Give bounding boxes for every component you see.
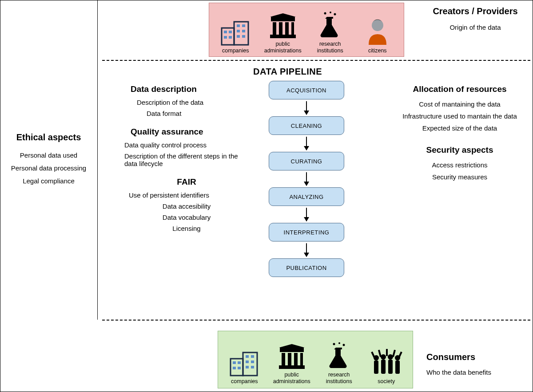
svg-rect-37 xyxy=(282,353,285,365)
block-item: Data format xyxy=(124,110,249,117)
svg-rect-14 xyxy=(273,22,276,35)
flask-icon xyxy=(319,10,341,39)
svg-rect-31 xyxy=(246,360,249,363)
arrow-down-icon xyxy=(306,208,307,221)
svg-rect-30 xyxy=(251,355,254,358)
svg-rect-26 xyxy=(238,361,241,364)
creators-label: Creators / Providers Origin of the data xyxy=(418,6,533,31)
svg-point-21 xyxy=(334,13,336,16)
consumers-title: Consumers xyxy=(426,352,524,362)
actor-label: society xyxy=(378,378,395,384)
svg-rect-38 xyxy=(288,353,291,365)
block-item: Data accesibility xyxy=(124,202,249,210)
actor-label: research institutions xyxy=(308,41,352,54)
block-item: Cost of mantaining the data xyxy=(400,100,520,108)
svg-marker-36 xyxy=(279,344,305,348)
svg-point-43 xyxy=(338,342,340,344)
svg-point-44 xyxy=(343,344,345,346)
svg-rect-46 xyxy=(374,360,378,374)
svg-point-49 xyxy=(388,354,393,360)
stage-curating: CURATING xyxy=(269,152,344,170)
museum-icon xyxy=(277,341,306,370)
svg-rect-53 xyxy=(371,351,375,357)
actor-label: public administrations xyxy=(270,372,314,384)
arrow-down-icon xyxy=(306,172,307,186)
svg-rect-16 xyxy=(285,22,289,35)
svg-rect-29 xyxy=(246,355,249,358)
stage-interpreting: INTERPRETING xyxy=(269,223,344,242)
divider-top xyxy=(102,60,530,61)
svg-point-20 xyxy=(330,12,331,13)
svg-rect-28 xyxy=(238,367,241,369)
consumers-box: companies public administrations xyxy=(218,331,413,388)
svg-rect-56 xyxy=(392,349,396,356)
svg-rect-32 xyxy=(251,360,254,363)
svg-rect-4 xyxy=(224,36,227,39)
pipeline-column: ACQUISITION CLEANING CURATING ANALYZING … xyxy=(266,81,346,277)
svg-rect-57 xyxy=(398,351,402,357)
svg-marker-13 xyxy=(270,13,296,17)
svg-rect-24 xyxy=(243,352,257,376)
svg-rect-5 xyxy=(229,36,232,39)
ethical-item: Legal compliance xyxy=(23,177,75,185)
svg-rect-8 xyxy=(237,30,240,32)
svg-rect-6 xyxy=(237,24,240,27)
actor-label: citizens xyxy=(368,48,387,54)
arrow-down-icon xyxy=(306,137,307,150)
ethical-aspects-panel: Ethical aspects Personal data used Perso… xyxy=(0,0,98,320)
consumers-label: Consumers Who the data benefits xyxy=(426,352,524,376)
actor-label: public administrations xyxy=(261,41,305,54)
actor-public-admin: public administrations xyxy=(270,341,314,384)
block-item: Description of the different steps in th… xyxy=(124,152,249,167)
actor-label: research institutions xyxy=(317,372,361,384)
actor-companies: companies xyxy=(222,348,266,384)
stage-analyzing: ANALYZING xyxy=(269,187,344,206)
svg-point-47 xyxy=(381,354,386,360)
block-item: Use of persistent identifiers xyxy=(129,191,249,199)
actor-research: research institutions xyxy=(317,341,361,384)
stage-acquisition: ACQUISITION xyxy=(269,81,344,99)
consumers-subtitle: Who the data benefits xyxy=(426,368,524,376)
svg-rect-55 xyxy=(386,349,388,356)
block-item: Infrastructure used to mantain the data xyxy=(400,112,520,120)
svg-rect-11 xyxy=(242,35,245,38)
svg-rect-7 xyxy=(242,24,245,27)
citizen-icon xyxy=(365,17,390,46)
arrow-down-icon xyxy=(306,243,307,257)
divider-bottom xyxy=(102,320,530,321)
svg-rect-9 xyxy=(242,30,245,32)
svg-rect-33 xyxy=(246,366,249,368)
creators-title: Creators / Providers xyxy=(418,6,533,16)
svg-point-19 xyxy=(324,12,326,15)
svg-rect-39 xyxy=(294,353,298,365)
svg-rect-1 xyxy=(234,22,248,45)
pipeline-title: DATA PIPELINE xyxy=(253,67,322,77)
svg-rect-54 xyxy=(378,349,382,356)
flask-icon xyxy=(328,341,350,370)
block-title: Data description xyxy=(131,84,249,94)
actor-society: society xyxy=(364,348,409,384)
arrow-down-icon xyxy=(306,101,307,115)
block-title: Quality assurance xyxy=(131,127,249,137)
creators-box: companies public administrations xyxy=(209,3,404,57)
buildings-icon xyxy=(229,348,260,376)
actor-public-admin: public administrations xyxy=(261,10,305,54)
svg-rect-0 xyxy=(222,28,234,45)
block-item: Description of the data xyxy=(137,99,249,106)
svg-rect-48 xyxy=(381,360,386,374)
mid-right-column: Allocation of resources Cost of mantaini… xyxy=(400,80,520,185)
actor-label: companies xyxy=(231,378,258,384)
buildings-icon xyxy=(220,17,251,46)
svg-rect-2 xyxy=(224,31,227,33)
svg-rect-35 xyxy=(280,348,304,352)
svg-rect-34 xyxy=(251,366,254,368)
svg-rect-27 xyxy=(233,367,236,369)
svg-rect-10 xyxy=(237,35,240,38)
ethical-item: Personal data used xyxy=(20,151,77,159)
svg-rect-3 xyxy=(229,31,232,33)
actor-companies: companies xyxy=(213,17,258,54)
ethical-title: Ethical aspects xyxy=(16,132,81,143)
actor-research: research institutions xyxy=(308,10,352,54)
ethical-item: Personal data processing xyxy=(11,164,86,172)
svg-point-42 xyxy=(333,343,335,345)
